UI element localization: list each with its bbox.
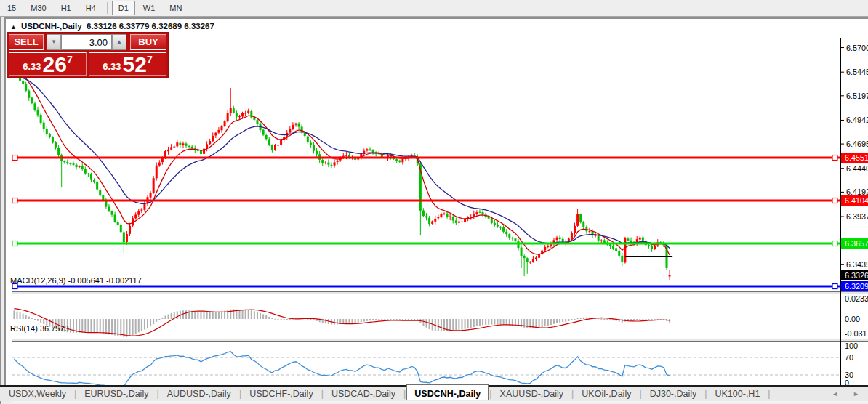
arrow-down-icon: ▼ bbox=[51, 39, 57, 45]
window-expand-icon[interactable]: ▲ bbox=[10, 23, 17, 31]
timeframe-button-h4[interactable]: H4 bbox=[79, 1, 103, 15]
symbol-period-label: USDCNH-,Daily bbox=[21, 22, 82, 31]
price-tick-label: 6.41925 bbox=[846, 187, 868, 196]
symbol-tab[interactable]: USDCNH-,Daily bbox=[406, 384, 489, 400]
rsi-scale-label: 100 bbox=[845, 342, 858, 350]
price-tick-label: 6.34350 bbox=[846, 260, 868, 269]
bid-price-sup: 7 bbox=[67, 54, 73, 65]
buy-button[interactable]: BUY bbox=[130, 34, 166, 50]
macd-pane[interactable] bbox=[12, 294, 868, 339]
price-tick-label: 6.54450 bbox=[846, 68, 868, 76]
symbol-tab[interactable]: EURUSD-,Daily bbox=[77, 387, 156, 400]
timeframe-button-m30[interactable]: M30 bbox=[24, 1, 52, 15]
timeframe-button-w1[interactable]: W1 bbox=[137, 1, 162, 15]
price-tick-label: 6.46950 bbox=[846, 140, 868, 148]
macd-scale-label: 0.023365 bbox=[845, 294, 868, 303]
bid-price-small: 6.33 bbox=[23, 61, 41, 72]
tab-separator: | bbox=[767, 389, 771, 399]
sell-button[interactable]: SELL bbox=[9, 34, 44, 50]
price-tick-label: 6.49425 bbox=[846, 116, 868, 124]
line-handle[interactable] bbox=[832, 241, 837, 246]
timeframe-button-15[interactable]: 15 bbox=[1, 1, 23, 15]
volume-increase-button[interactable]: ▲ bbox=[112, 34, 126, 50]
symbol-tab[interactable]: UK100-,H1 bbox=[708, 387, 768, 400]
chart-title: ▲USDCNH-,Daily 6.33126 6.33779 6.32689 6… bbox=[10, 22, 214, 31]
symbol-tab[interactable]: USDCHF-,Daily bbox=[242, 387, 321, 400]
toolbar-separator bbox=[107, 2, 108, 14]
symbol-tabs: USDX,Weekly|EURUSD-,Daily|AUDUSD-,Daily|… bbox=[0, 387, 771, 401]
line-handle[interactable] bbox=[12, 198, 17, 203]
timeframe-button-mn[interactable]: MN bbox=[163, 1, 188, 15]
macd-scale-label: 0.00 bbox=[845, 315, 860, 323]
line-handle[interactable] bbox=[12, 241, 17, 246]
ask-price-small: 6.33 bbox=[103, 61, 121, 72]
tab-scroll-arrows: ◄ ► bbox=[832, 390, 859, 397]
symbol-tab[interactable]: UKOil-,Daily bbox=[574, 387, 638, 400]
one-click-trading-panel: SELL ▼ ▲ BUY 6.33 26 7 6.33 52 7 bbox=[7, 33, 168, 77]
price-tick-label: 6.39375 bbox=[846, 212, 868, 221]
timeframe-button-d1[interactable]: D1 bbox=[112, 1, 135, 15]
line-handle[interactable] bbox=[832, 155, 837, 161]
price-badge-label: 6.45515 bbox=[845, 153, 868, 162]
line-handle[interactable] bbox=[832, 284, 837, 289]
volume-input[interactable] bbox=[61, 34, 112, 50]
scroll-left-icon[interactable]: ◄ bbox=[832, 390, 838, 397]
bid-price-big: 26 bbox=[43, 55, 67, 74]
price-badge-label: 6.33267 bbox=[845, 271, 868, 280]
symbol-tab[interactable]: AUDUSD-,Daily bbox=[160, 387, 238, 400]
price-badge-label: 6.32098 bbox=[845, 282, 868, 291]
trading-platform-window: { "toolbar": { "timeframe_buttons": ["15… bbox=[0, 0, 868, 404]
rsi-pane[interactable] bbox=[12, 342, 868, 387]
price-badge-label: 6.36570 bbox=[845, 239, 868, 248]
ask-price[interactable]: 6.33 52 7 bbox=[89, 52, 166, 76]
price-badge-label: 6.41043 bbox=[845, 196, 868, 205]
arrow-up-icon: ▲ bbox=[116, 39, 122, 45]
symbol-tab-bar: USDX,Weekly|EURUSD-,Daily|AUDUSD-,Daily|… bbox=[0, 385, 868, 401]
toolbar-separator bbox=[193, 2, 193, 14]
line-handle[interactable] bbox=[832, 198, 837, 203]
symbol-tab[interactable]: DJ30-,Daily bbox=[643, 387, 704, 400]
rsi-scale-label: 70 bbox=[845, 353, 853, 362]
price-tick-label: 6.57000 bbox=[846, 44, 868, 52]
timeframe-button-h1[interactable]: H1 bbox=[55, 1, 78, 15]
ask-price-big: 52 bbox=[123, 55, 147, 74]
window-left-border bbox=[0, 0, 1, 404]
scroll-right-icon[interactable]: ► bbox=[853, 390, 859, 397]
timeframe-toolbar: 15M30H1H4D1W1MN bbox=[0, 0, 868, 17]
ask-price-sup: 7 bbox=[147, 54, 153, 65]
symbol-tab[interactable]: USDCAD-,Daily bbox=[324, 387, 403, 400]
symbol-tab[interactable]: USDX,Weekly bbox=[1, 387, 73, 400]
volume-decrease-button[interactable]: ▼ bbox=[47, 34, 61, 50]
macd-scale-label: -0.03174 bbox=[845, 329, 868, 338]
price-chart-canvas[interactable]: 6.570006.544506.519756.494256.469506.444… bbox=[12, 38, 868, 403]
ohlc-quote: 6.33126 6.33779 6.32689 6.33267 bbox=[87, 22, 214, 31]
line-handle[interactable] bbox=[12, 155, 17, 161]
price-tick-label: 6.44400 bbox=[846, 164, 868, 173]
rsi-indicator-label: RSI(14) 36.7573 bbox=[10, 324, 69, 333]
bid-price[interactable]: 6.33 26 7 bbox=[9, 52, 87, 76]
macd-indicator-label: MACD(12,26,9) -0.005641 -0.002117 bbox=[10, 276, 142, 285]
price-tick-label: 6.51975 bbox=[846, 92, 868, 100]
symbol-tab[interactable]: XAUUSD-,Daily bbox=[493, 387, 571, 400]
